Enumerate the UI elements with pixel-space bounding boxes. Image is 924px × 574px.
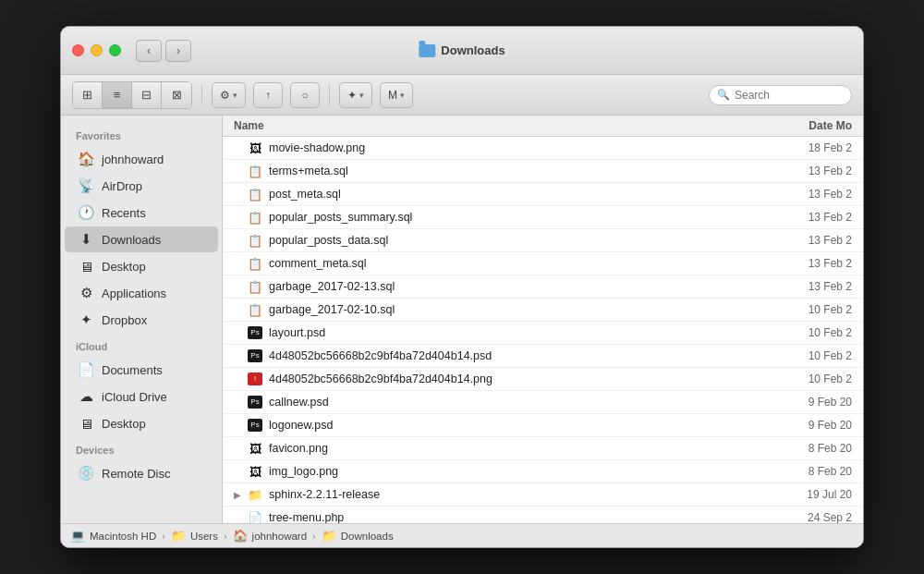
table-row[interactable]: Ps callnew.psd 9 Feb 20 bbox=[223, 391, 863, 414]
sidebar-item-recents[interactable]: 🕐 Recents bbox=[65, 200, 218, 226]
search-input[interactable] bbox=[735, 89, 844, 102]
action-button[interactable]: ⚙ ▾ bbox=[212, 82, 246, 108]
breadcrumb-item[interactable]: 📁Downloads bbox=[322, 529, 394, 543]
sidebar-item-downloads[interactable]: ⬇ Downloads bbox=[65, 226, 218, 252]
file-date: 10 Feb 2 bbox=[778, 303, 852, 316]
file-date: 13 Feb 2 bbox=[778, 257, 852, 270]
favorites-label: Favorites bbox=[61, 123, 222, 145]
minimize-button[interactable] bbox=[91, 44, 103, 56]
file-icon: 🖼 bbox=[247, 463, 263, 480]
list-view-button[interactable]: ≡ bbox=[103, 82, 132, 108]
table-row[interactable]: 🖼 favicon.png 8 Feb 20 bbox=[223, 437, 863, 460]
account-button[interactable]: M ▾ bbox=[380, 82, 413, 108]
table-row[interactable]: 📄 tree-menu.php 24 Sep 2 bbox=[223, 507, 863, 523]
table-row[interactable]: 📋 popular_posts_summary.sql 13 Feb 2 bbox=[223, 206, 863, 229]
sidebar-item-label: Applications bbox=[102, 287, 166, 300]
file-name: popular_posts_summary.sql bbox=[269, 211, 778, 224]
file-icon: Ps bbox=[247, 348, 263, 364]
forward-button[interactable]: › bbox=[165, 40, 191, 62]
dropbox-caret: ▾ bbox=[359, 91, 364, 100]
share-icon: ↑ bbox=[265, 89, 271, 102]
sidebar-item-dropbox[interactable]: ✦ Dropbox bbox=[65, 307, 218, 333]
home-icon: 🏠 bbox=[78, 151, 94, 167]
table-row[interactable]: 📋 garbage_2017-02-10.sql 10 Feb 2 bbox=[223, 299, 863, 322]
table-row[interactable]: ▶ 📁 sphinx-2.2.11-release 19 Jul 20 bbox=[223, 483, 863, 507]
table-row[interactable]: Ps layourt.psd 10 Feb 2 bbox=[223, 322, 863, 345]
table-row[interactable]: 📋 garbage_2017-02-13.sql 13 Feb 2 bbox=[223, 275, 863, 299]
icon-view-button[interactable]: ⊞ bbox=[73, 82, 103, 108]
breadcrumb-icon: 🏠 bbox=[233, 529, 248, 543]
file-name: garbage_2017-02-13.sql bbox=[269, 280, 778, 293]
file-name: popular_posts_data.sql bbox=[269, 234, 778, 247]
sidebar-item-label: Desktop bbox=[102, 417, 146, 431]
tag-button[interactable]: ○ bbox=[290, 82, 320, 108]
sidebar-item-documents[interactable]: 📄 Documents bbox=[65, 357, 218, 383]
table-row[interactable]: Ps logonew.psd 9 Feb 20 bbox=[223, 414, 863, 437]
table-row[interactable]: 🖼 movie-shadow.png 18 Feb 2 bbox=[223, 137, 863, 160]
file-icon: 📋 bbox=[247, 255, 263, 272]
file-name: img_logo.png bbox=[269, 465, 778, 478]
gear-icon: ⚙ bbox=[220, 89, 230, 102]
gallery-view-button[interactable]: ⊠ bbox=[162, 82, 191, 108]
window-title: Downloads bbox=[419, 43, 505, 57]
sidebar-item-johnhoward[interactable]: 🏠 johnhoward bbox=[65, 146, 218, 172]
toolbar: ⊞ ≡ ⊟ ⊠ ⚙ ▾ ↑ ○ ✦ ▾ M ▾ 🔍 bbox=[61, 75, 863, 116]
share-button[interactable]: ↑ bbox=[253, 82, 283, 108]
tag-icon: ○ bbox=[301, 89, 308, 102]
action-caret: ▾ bbox=[233, 91, 237, 100]
table-row[interactable]: 📋 post_meta.sql 13 Feb 2 bbox=[223, 183, 863, 206]
file-date: 13 Feb 2 bbox=[778, 165, 852, 177]
breadcrumb-item[interactable]: 🏠johnhoward bbox=[233, 529, 307, 543]
file-icon: 📋 bbox=[247, 232, 263, 249]
breadcrumb-separator: › bbox=[162, 531, 165, 542]
file-date: 13 Feb 2 bbox=[778, 234, 852, 247]
sidebar-item-icloud-desktop[interactable]: 🖥 Desktop bbox=[65, 410, 218, 436]
sidebar-item-remote-disc[interactable]: 💿 Remote Disc bbox=[65, 460, 218, 486]
search-box[interactable]: 🔍 bbox=[709, 85, 852, 105]
file-date: 10 Feb 2 bbox=[778, 326, 852, 339]
column-view-button[interactable]: ⊟ bbox=[132, 82, 162, 108]
nav-controls: ‹ › bbox=[136, 40, 191, 62]
view-mode-group: ⊞ ≡ ⊟ ⊠ bbox=[72, 81, 192, 109]
column-name-header: Name bbox=[234, 119, 778, 132]
breadcrumb-item[interactable]: 💻Macintosh HD bbox=[70, 529, 156, 543]
desktop-icon: 🖥 bbox=[78, 258, 94, 275]
sidebar-item-label: Downloads bbox=[102, 233, 161, 247]
maximize-button[interactable] bbox=[109, 44, 121, 56]
file-date: 10 Feb 2 bbox=[778, 349, 852, 362]
table-row[interactable]: 📋 comment_meta.sql 13 Feb 2 bbox=[223, 252, 863, 275]
file-name: terms+meta.sql bbox=[269, 165, 778, 177]
sidebar-item-applications[interactable]: ⚙ Applications bbox=[65, 280, 218, 306]
table-row[interactable]: ! 4d48052bc56668b2c9bf4ba72d404b14.png 1… bbox=[223, 368, 863, 391]
table-row[interactable]: 🖼 img_logo.png 8 Feb 20 bbox=[223, 460, 863, 483]
sidebar-item-icloud-drive[interactable]: ☁ iCloud Drive bbox=[65, 384, 218, 409]
file-name: favicon.png bbox=[269, 442, 778, 455]
file-name: callnew.psd bbox=[269, 396, 778, 409]
breadcrumb-label: Downloads bbox=[341, 531, 394, 542]
separator-2 bbox=[329, 85, 330, 105]
file-date: 13 Feb 2 bbox=[778, 280, 852, 293]
file-name: 4d48052bc56668b2c9bf4ba72d404b14.png bbox=[269, 372, 778, 385]
file-icon: 📄 bbox=[247, 509, 263, 523]
sidebar-item-desktop[interactable]: 🖥 Desktop bbox=[65, 253, 218, 279]
file-area: Name Date Mo 🖼 movie-shadow.png 18 Feb 2… bbox=[223, 116, 863, 523]
file-icon: Ps bbox=[247, 417, 263, 434]
separator-1 bbox=[201, 85, 202, 105]
close-button[interactable] bbox=[72, 44, 84, 56]
file-name: 4d48052bc56668b2c9bf4ba72d404b14.psd bbox=[269, 349, 778, 362]
table-row[interactable]: 📋 terms+meta.sql 13 Feb 2 bbox=[223, 160, 863, 183]
traffic-lights bbox=[72, 44, 121, 56]
table-row[interactable]: Ps 4d48052bc56668b2c9bf4ba72d404b14.psd … bbox=[223, 345, 863, 368]
breadcrumb-item[interactable]: 📁Users bbox=[171, 529, 218, 543]
dropbox-button[interactable]: ✦ ▾ bbox=[339, 82, 372, 108]
icloud-icon: ☁ bbox=[78, 388, 94, 405]
table-row[interactable]: 📋 popular_posts_data.sql 13 Feb 2 bbox=[223, 229, 863, 252]
file-name: logonew.psd bbox=[269, 419, 778, 432]
back-button[interactable]: ‹ bbox=[136, 40, 162, 62]
statusbar: 💻Macintosh HD›📁Users›🏠johnhoward›📁Downlo… bbox=[61, 523, 863, 547]
column-date-header: Date Mo bbox=[778, 119, 852, 132]
devices-label: Devices bbox=[61, 437, 222, 459]
documents-icon: 📄 bbox=[78, 361, 94, 378]
file-list: 🖼 movie-shadow.png 18 Feb 2 📋 terms+meta… bbox=[223, 137, 863, 523]
sidebar-item-airdrop[interactable]: 📡 AirDrop bbox=[65, 173, 218, 199]
